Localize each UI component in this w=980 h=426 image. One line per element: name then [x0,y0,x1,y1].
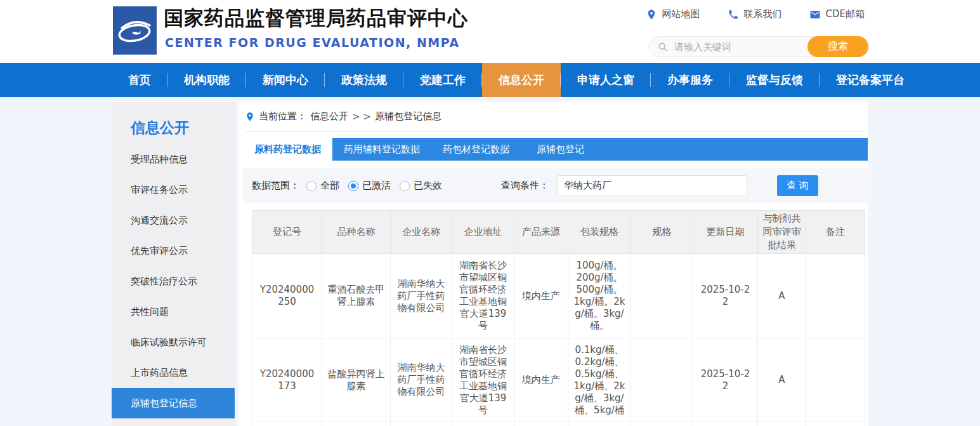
main-nav-items: 首页 机构职能 新闻中心 政策法规 党建工作 信息公开 申请人之窗 办事服务 监… [112,63,921,97]
nav-item-policy[interactable]: 政策法规 [325,63,403,97]
fish-swoosh-icon [117,14,154,47]
nav-item-party[interactable]: 党建工作 [403,63,482,97]
nav-item-news[interactable]: 新闻中心 [246,63,325,97]
scope-label: 数据范围： [252,168,299,203]
radio-all-circle [306,181,317,191]
col-spec: 规格 [631,211,693,254]
radio-activated-label: 已激活 [362,180,391,192]
col-update-date: 更新日期 [693,211,758,254]
sitemap-label: 网站地图 [662,8,700,20]
cell-product-name: 盐酸异丙肾上腺素 [322,338,391,422]
contact-link[interactable]: 联系我们 [728,8,781,20]
sidebar-title: 信息公开 [112,102,235,144]
sidebar-item-marketed-drugs[interactable]: 上市药品信息 [112,357,235,388]
data-tabs: 原料药登记数据 药用辅料登记数据 药包材登记数据 原辅包登记 [243,138,868,161]
cell-spec [631,338,693,422]
header-quick-links: 网站地图 联系我们 CDE邮箱 [646,8,865,20]
col-packaging: 包装规格 [568,211,631,254]
sidebar-item-common-issues[interactable]: 共性问题 [112,296,235,327]
radio-expired-label: 已失效 [414,180,442,192]
cell-source: 境内生产 [514,254,568,338]
cell-address: 湖南省长沙市望城区铜官循环经济工业基地铜官大道139号 [452,254,514,338]
cell-company: 湖南华纳大药厂手性药物有限公司 [391,254,452,338]
cell-remark [806,338,865,422]
page: 国家药品监督管理局药品审评中心 CENTER FOR DRUG EVALUATI… [0,0,980,426]
breadcrumb: 当前位置： 信息公开 > > 原辅包登记信息 [245,102,863,132]
breadcrumb-current: 原辅包登记信息 [375,110,441,123]
sidebar-item-review-tasks[interactable]: 审评任务公示 [112,175,235,205]
sitemap-link[interactable]: 网站地图 [646,8,700,20]
main-content: 当前位置： 信息公开 > > 原辅包登记信息 原料药登记数据 药用辅料登记数据 … [238,102,868,426]
radio-activated[interactable]: 已激活 [348,180,391,192]
site-header: 国家药品监督管理局药品审评中心 CENTER FOR DRUG EVALUATI… [0,0,980,63]
registration-table-wrap: 登记号 品种名称 企业名称 企业地址 产品来源 包装规格 规格 更新日期 与制剂… [252,210,865,426]
col-address: 企业地址 [452,211,514,254]
radio-activated-circle [348,181,358,191]
mail-icon [809,9,821,20]
main-nav: 首页 机构职能 新闻中心 政策法规 党建工作 信息公开 申请人之窗 办事服务 监… [0,63,980,97]
cell-reg-no: Y20240000250 [252,254,322,338]
sidebar-item-raw-excipient-registration[interactable]: 原辅包登记信息 [112,388,235,418]
cell-source: 境内生产 [514,338,568,422]
search-button[interactable]: 搜索 [807,36,868,57]
nav-item-applicant-window[interactable]: 申请人之窗 [561,63,651,97]
sidebar-item-priority-review[interactable]: 优先审评公示 [112,236,235,266]
breadcrumb-prefix: 当前位置： [259,110,306,123]
search-icon [658,42,668,52]
col-reg-no: 登记号 [252,211,322,254]
breadcrumb-section[interactable]: 信息公开 [310,110,348,123]
radio-all-label: 全部 [320,180,339,192]
nav-item-registration-platform[interactable]: 登记备案平台 [820,63,921,97]
contact-label: 联系我们 [743,8,781,20]
col-review-result: 与制剂共同审评审批结果 [758,211,806,254]
cell-product-name: 重酒石酸去甲肾上腺素 [322,254,391,338]
cell-review-result: A [758,338,806,422]
tab-packaging-registration[interactable]: 药包材登记数据 [431,138,521,161]
nav-item-services[interactable]: 办事服务 [651,63,729,97]
cell-company: 湖南华纳大药厂手性药物有限公司 [391,338,452,422]
phone-icon [728,9,739,20]
cell-remark [806,254,865,338]
site-search: 搜索 [648,36,868,57]
nav-item-supervision[interactable]: 监督与反馈 [729,63,820,97]
table-row: Y20240000173 盐酸异丙肾上腺素 湖南华纳大药厂手性药物有限公司 湖南… [252,338,865,422]
cell-packaging: 0.1kg/桶、0.2kg/桶、0.5kg/桶、1kg/桶、2kg/桶、3kg/… [568,338,631,422]
cell-update-date: 2025-10-22 [693,254,758,338]
col-remark: 备注 [806,211,865,254]
cell-packaging: 100g/桶。200g/桶。500g/桶。1kg/桶。2kg/桶。3kg/桶。 [568,254,631,338]
cell-update-date: 2025-10-22 [693,338,758,422]
col-product-name: 品种名称 [322,211,391,254]
scope-radio-group: 全部 已激活 已失效 [306,168,442,203]
site-subtitle: CENTER FOR DRUG EVALUATION, NMPA [165,36,460,50]
nav-item-info-disclosure[interactable]: 信息公开 [482,63,561,97]
table-header-row: 登记号 品种名称 企业名称 企业地址 产品来源 包装规格 规格 更新日期 与制剂… [252,211,865,254]
nav-item-home[interactable]: 首页 [112,63,167,97]
nav-item-functions[interactable]: 机构职能 [167,63,246,97]
radio-expired[interactable]: 已失效 [400,180,442,192]
cde-mail-link[interactable]: CDE邮箱 [809,8,865,20]
cde-logo [113,6,157,55]
sidebar-item-accepted-products[interactable]: 受理品种信息 [112,144,235,175]
cell-address: 湖南省长沙市望城区铜官循环经济工业基地铜官大道139号 [452,338,514,422]
site-title: 国家药品监督管理局药品审评中心 [164,5,468,32]
query-button[interactable]: 查询 [777,175,818,196]
tab-raw-excipient-pack[interactable]: 原辅包登记 [521,138,600,161]
breadcrumb-separator: > > [352,111,371,123]
col-source: 产品来源 [514,211,568,254]
search-input[interactable] [668,41,807,53]
query-condition-label: 查询条件： [501,168,549,203]
cell-review-result: A [758,254,806,338]
radio-expired-circle [400,181,410,191]
tab-api-registration[interactable]: 原料药登记数据 [243,138,332,161]
radio-all[interactable]: 全部 [306,180,339,192]
cell-reg-no: Y20240000173 [252,338,322,422]
sidebar-item-breakthrough-therapy[interactable]: 突破性治疗公示 [112,266,235,296]
sidebar-item-clinical-trial-approval[interactable]: 临床试验默示许可 [112,327,235,357]
location-pin-icon [245,112,255,122]
location-pin-icon [646,9,657,20]
filter-bar: 数据范围： 全部 已激活 已失效 查询条件： 查询 [243,168,868,203]
sidebar-item-communication[interactable]: 沟通交流公示 [112,205,235,236]
query-condition-input[interactable] [557,175,747,196]
tab-excipient-registration[interactable]: 药用辅料登记数据 [332,138,431,161]
cell-spec [631,254,693,338]
